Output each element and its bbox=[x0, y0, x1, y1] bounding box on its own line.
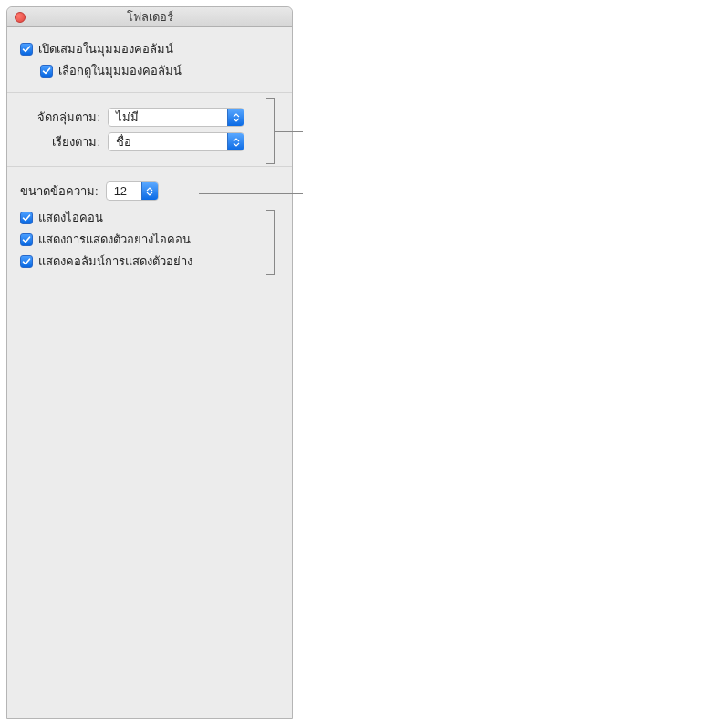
close-button[interactable] bbox=[15, 12, 26, 23]
callout-line bbox=[199, 193, 303, 194]
folder-options-window: โฟลเดอร์ เปิดเสมอในมุมมองคอลัมน์ เลือกดู… bbox=[6, 6, 293, 719]
select-text-size-value: 12 bbox=[107, 182, 141, 200]
window-title: โฟลเดอร์ bbox=[7, 7, 292, 26]
checkbox-show-preview-column[interactable] bbox=[20, 255, 33, 268]
select-group-by[interactable]: ไม่มี bbox=[108, 108, 244, 127]
label-show-preview-column: แสดงคอลัมน์การแสดงตัวอย่าง bbox=[38, 252, 192, 271]
label-browse-column: เลือกดูในมุมมองคอลัมน์ bbox=[58, 61, 182, 80]
titlebar: โฟลเดอร์ bbox=[7, 7, 292, 27]
select-sort-by-value: ชื่อ bbox=[109, 133, 227, 150]
stepper-arrows-icon bbox=[227, 133, 244, 150]
section-display: ขนาดข้อความ: 12 แสดงไอคอน แสดงการแสดงตัว… bbox=[7, 167, 292, 283]
checkbox-browse-column[interactable] bbox=[40, 65, 53, 78]
select-text-size[interactable]: 12 bbox=[106, 181, 159, 201]
checkbox-show-icons[interactable] bbox=[20, 212, 33, 224]
stepper-arrows-icon bbox=[141, 182, 158, 200]
label-text-size: ขนาดข้อความ: bbox=[20, 181, 106, 201]
checkbox-show-icon-preview[interactable] bbox=[20, 233, 33, 246]
section-sort: จัดกลุ่มตาม: ไม่มี เรียงตาม: ชื่อ bbox=[7, 93, 292, 167]
label-always-open-column: เปิดเสมอในมุมมองคอลัมน์ bbox=[38, 39, 173, 58]
callout-line bbox=[274, 243, 303, 243]
select-group-by-value: ไม่มี bbox=[109, 109, 227, 126]
label-group-by: จัดกลุ่มตาม: bbox=[20, 108, 108, 127]
callout-line bbox=[274, 131, 303, 132]
select-sort-by[interactable]: ชื่อ bbox=[108, 132, 244, 151]
label-sort-by: เรียงตาม: bbox=[20, 132, 108, 151]
checkbox-always-open-column[interactable] bbox=[20, 43, 33, 56]
stepper-arrows-icon bbox=[227, 109, 244, 126]
section-open-options: เปิดเสมอในมุมมองคอลัมน์ เลือกดูในมุมมองค… bbox=[7, 27, 292, 93]
label-show-icon-preview: แสดงการแสดงตัวอย่างไอคอน bbox=[38, 230, 191, 249]
label-show-icons: แสดงไอคอน bbox=[38, 208, 103, 227]
